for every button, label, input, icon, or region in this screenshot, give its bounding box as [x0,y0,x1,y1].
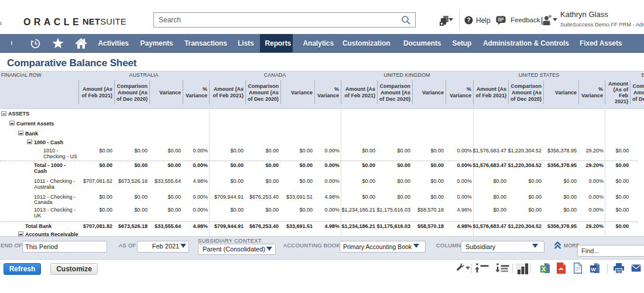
svg-text:X: X [542,266,546,272]
svg-text:W: W [591,267,596,272]
svg-text:?: ? [467,17,470,23]
